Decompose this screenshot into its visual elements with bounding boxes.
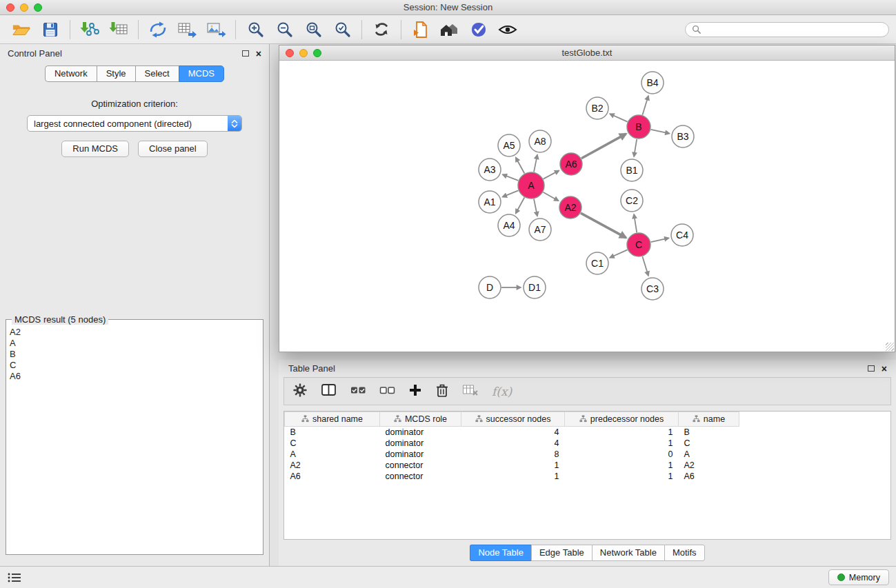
graph-edge-A-A2[interactable]: [543, 192, 558, 201]
memory-button[interactable]: Memory: [828, 569, 889, 585]
export-table-button[interactable]: [172, 18, 201, 41]
graph-node-A5[interactable]: A5: [498, 134, 520, 156]
deselect-all-button[interactable]: [379, 385, 395, 398]
graph-edge-A-A6[interactable]: [544, 170, 559, 179]
graph-node-C3[interactable]: C3: [641, 278, 664, 300]
table-row[interactable]: A2connector11A2: [285, 460, 750, 471]
table-settings-button[interactable]: [292, 383, 308, 400]
graph-node-D[interactable]: D: [479, 276, 501, 298]
graph-edge-A2-C[interactable]: [581, 213, 626, 238]
validate-button[interactable]: [464, 18, 493, 41]
graph-edge-C-C4[interactable]: [651, 238, 669, 242]
tab-node-table[interactable]: Node Table: [470, 545, 531, 561]
column-header[interactable]: successor nodes: [461, 412, 565, 427]
zoom-network-window-button[interactable]: [313, 49, 321, 57]
zoom-out-button[interactable]: [270, 18, 299, 41]
tab-network-table[interactable]: Network Table: [592, 545, 664, 561]
graph-node-C2[interactable]: C2: [621, 190, 643, 212]
tab-motifs[interactable]: Motifs: [664, 545, 705, 561]
graph-node-A2[interactable]: A2: [559, 196, 581, 219]
graph-edge-B-B2[interactable]: [610, 114, 627, 121]
graph-edge-B-B4[interactable]: [642, 96, 648, 115]
graph-edge-C-C2[interactable]: [634, 214, 637, 232]
graph-edge-B-B3[interactable]: [651, 130, 670, 134]
table-row[interactable]: A6connector11A6: [285, 471, 750, 482]
graph-edge-A-A8[interactable]: [534, 155, 537, 172]
export-image-button[interactable]: [201, 18, 230, 41]
zoom-window-button[interactable]: [34, 3, 42, 12]
resize-grip[interactable]: [886, 343, 894, 351]
criterion-select[interactable]: largest connected component (directed): [27, 115, 242, 132]
mcds-result-item[interactable]: C: [10, 360, 259, 371]
table-row[interactable]: Cdominator41C: [285, 438, 750, 449]
graph-node-A8[interactable]: A8: [529, 130, 551, 152]
export-network-button[interactable]: [143, 18, 172, 41]
minimize-network-window-button[interactable]: [299, 49, 308, 57]
graph-node-B[interactable]: B: [627, 115, 650, 139]
graph-edge-A-A7[interactable]: [534, 199, 537, 216]
tab-style[interactable]: Style: [97, 65, 135, 82]
tab-edge-table[interactable]: Edge Table: [531, 545, 592, 561]
home-layout-button[interactable]: [435, 18, 464, 41]
zoom-in-button[interactable]: [241, 18, 270, 41]
save-session-button[interactable]: [36, 18, 65, 41]
zoom-fit-button[interactable]: [299, 18, 328, 41]
graph-edge-A6-B[interactable]: [581, 134, 626, 159]
zoom-selected-button[interactable]: [328, 18, 357, 41]
toolbar-search[interactable]: [685, 22, 889, 37]
table-row[interactable]: Bdominator41B: [285, 427, 750, 438]
graph-node-B4[interactable]: B4: [641, 72, 664, 94]
mcds-result-item[interactable]: A2: [10, 327, 259, 338]
refresh-view-button[interactable]: [367, 18, 396, 41]
add-column-button[interactable]: [408, 383, 422, 399]
search-input[interactable]: [704, 25, 882, 34]
delete-table-button[interactable]: [462, 384, 479, 398]
task-history-button[interactable]: [7, 571, 22, 584]
close-panel-button[interactable]: Close panel: [138, 141, 208, 157]
show-hide-button[interactable]: [493, 18, 522, 41]
mcds-result-list[interactable]: A2ABCA6: [6, 320, 263, 554]
table-row[interactable]: Adominator80A: [285, 449, 750, 460]
delete-column-button[interactable]: [435, 383, 449, 400]
graph-edge-A-A5[interactable]: [516, 158, 525, 174]
show-columns-button[interactable]: [321, 383, 337, 399]
run-mcds-button[interactable]: Run MCDS: [61, 141, 129, 157]
column-header[interactable]: predecessor nodes: [565, 412, 679, 427]
tab-mcds[interactable]: MCDS: [179, 65, 224, 82]
column-header[interactable]: name: [679, 412, 739, 427]
graph-node-A[interactable]: A: [518, 172, 544, 199]
float-panel-icon[interactable]: [242, 50, 249, 57]
graph-node-B2[interactable]: B2: [586, 97, 608, 119]
graph-node-C4[interactable]: C4: [671, 224, 693, 246]
graph-node-A6[interactable]: A6: [560, 153, 582, 175]
graph-node-A3[interactable]: A3: [479, 159, 501, 181]
graph-node-A4[interactable]: A4: [498, 214, 520, 236]
network-canvas[interactable]: B4 B2 B B3 A8 A5 A6 A3 B1 A: [279, 61, 895, 352]
mcds-result-item[interactable]: A6: [10, 371, 259, 382]
graph-edge-A-A1[interactable]: [503, 190, 519, 196]
close-table-panel-icon[interactable]: ×: [882, 365, 887, 373]
graph-node-A7[interactable]: A7: [529, 219, 551, 241]
close-window-button[interactable]: [6, 3, 14, 12]
graph-edge-A-A4[interactable]: [516, 198, 525, 214]
mcds-result-item[interactable]: A: [10, 338, 259, 349]
column-header[interactable]: MCDS role: [380, 412, 461, 427]
graph-node-A1[interactable]: A1: [479, 191, 501, 213]
mcds-result-item[interactable]: B: [10, 349, 259, 360]
close-panel-icon[interactable]: ×: [256, 50, 261, 58]
tab-select[interactable]: Select: [135, 65, 179, 82]
graph-edge-B-B1[interactable]: [634, 139, 637, 156]
graph-node-B3[interactable]: B3: [672, 125, 694, 148]
tab-network[interactable]: Network: [45, 65, 97, 82]
close-network-window-button[interactable]: [286, 49, 294, 57]
node-table-container[interactable]: shared nameMCDS rolesuccessor nodesprede…: [283, 411, 891, 540]
graph-edge-A-A3[interactable]: [503, 174, 519, 181]
graph-node-D1[interactable]: D1: [524, 276, 546, 298]
import-table-button[interactable]: [104, 18, 133, 41]
graph-node-C1[interactable]: C1: [586, 252, 608, 274]
graph-edge-C-C3[interactable]: [642, 256, 648, 276]
network-file-button[interactable]: [406, 18, 435, 41]
open-session-button[interactable]: [7, 18, 36, 41]
minimize-window-button[interactable]: [20, 3, 28, 12]
graph-node-C[interactable]: C: [627, 233, 650, 256]
